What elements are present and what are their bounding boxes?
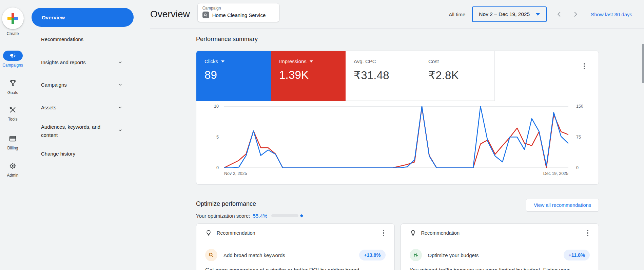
- arrows-up-down-icon: [410, 249, 422, 261]
- nav-item-change-history[interactable]: Change history: [41, 150, 143, 158]
- avg-cpc-value: ₹31.48: [354, 69, 420, 82]
- nav-item-recommendations[interactable]: Recommendations: [41, 35, 143, 43]
- gear-icon: [9, 162, 17, 170]
- card-icon: [8, 134, 17, 143]
- cost-value: ₹2.8K: [428, 69, 494, 82]
- rail-label-campaigns: Campaigns: [0, 63, 25, 68]
- chevron-down-icon: [118, 105, 123, 110]
- trophy-icon: [8, 79, 17, 88]
- recommendation-menu-kebab-icon[interactable]: [382, 229, 386, 237]
- rail-item-billing[interactable]: Billing: [0, 133, 25, 150]
- performance-chart[interactable]: 10 5 0 150 75 0: [196, 106, 599, 168]
- main-area: Overview Campaign Home Cleaning Service …: [150, 0, 644, 270]
- metric-tile-avg-cpc[interactable]: Avg. CPC ₹31.48: [346, 51, 420, 101]
- recommendation-card-budgets[interactable]: Recommendation Optimize your budgets +11…: [401, 223, 599, 270]
- impressions-value: 1.39K: [279, 69, 346, 82]
- rail-label-billing: Billing: [0, 146, 25, 150]
- recommendation-description: You missed traffic because you were limi…: [410, 267, 590, 270]
- rail-label-goals: Goals: [0, 90, 25, 95]
- lightbulb-icon: [410, 230, 416, 236]
- create-plus-icon: [2, 7, 24, 29]
- page-header: Overview Campaign Home Cleaning Service …: [150, 0, 644, 29]
- recommendation-title: Optimize your budgets: [428, 252, 564, 258]
- nav-item-campaigns[interactable]: Campaigns: [41, 81, 143, 89]
- clicks-value: 89: [204, 69, 271, 82]
- recommendation-description: Get more conversions at a similar or bet…: [205, 267, 386, 270]
- recommendation-menu-kebab-icon[interactable]: [586, 229, 590, 237]
- rail-item-tools[interactable]: Tools: [0, 105, 25, 122]
- secondary-nav: Overview Recommendations Insights and re…: [25, 0, 150, 270]
- tools-icon: [8, 106, 17, 114]
- content: Performance summary Clicks 89 Impression…: [150, 36, 644, 270]
- chevron-down-icon: [118, 82, 123, 87]
- create-button[interactable]: Create: [0, 7, 25, 36]
- icon-rail: Create Campaigns Goals: [0, 0, 25, 270]
- dropdown-arrow-icon[interactable]: [221, 60, 225, 62]
- x-axis-labels: Nov 2, 2025 Dec 19, 2025: [224, 171, 568, 176]
- scrollbar-thumb[interactable]: [642, 44, 644, 83]
- date-range-value: Nov 2 – Dec 19, 2025: [479, 11, 530, 17]
- search-icon: [202, 12, 209, 18]
- optimization-score-value: 55.4%: [253, 213, 268, 219]
- recommendation-title: Add broad match keywords: [223, 252, 359, 258]
- chevron-down-icon: [118, 60, 123, 65]
- metric-tile-impressions[interactable]: Impressions 1.39K: [271, 51, 346, 101]
- optimization-score-row: Your optimization score: 55.4%: [196, 213, 599, 219]
- left-axis: 10 5 0: [196, 106, 224, 168]
- search-icon: [205, 249, 217, 261]
- performance-summary-title: Performance summary: [196, 36, 599, 43]
- uplift-badge: +13.8%: [359, 250, 386, 260]
- campaign-name: Home Cleaning Service: [212, 12, 266, 18]
- performance-summary-card: Clicks 89 Impressions 1.39K Avg. CPC ₹31…: [196, 51, 599, 185]
- optimization-score-bar: [271, 214, 298, 217]
- megaphone-icon: [3, 51, 23, 61]
- chart-plot-area[interactable]: [224, 106, 568, 168]
- recommendation-card-label: Recommendation: [421, 230, 586, 236]
- nav-item-insights-and-reports[interactable]: Insights and reports: [41, 58, 143, 67]
- right-axis: 150 75 0: [568, 106, 599, 168]
- date-range-picker[interactable]: Nov 2 – Dec 19, 2025: [472, 6, 547, 22]
- metric-tiles: Clicks 89 Impressions 1.39K Avg. CPC ₹31…: [196, 51, 599, 101]
- uplift-badge: +11.8%: [564, 250, 590, 260]
- rail-item-campaigns[interactable]: Campaigns: [0, 51, 25, 68]
- nav-item-assets[interactable]: Assets: [41, 104, 143, 112]
- create-label: Create: [0, 31, 25, 36]
- prev-period-button[interactable]: [555, 11, 563, 18]
- campaign-selector-label: Campaign: [202, 6, 274, 11]
- nav-item-audiences-keywords-content[interactable]: Audiences, keywords, and content: [41, 123, 109, 139]
- rail-item-goals[interactable]: Goals: [0, 78, 25, 95]
- x-axis-start-label: Nov 2, 2025: [224, 171, 247, 176]
- page-title: Overview: [150, 9, 190, 20]
- optimization-score-marker: [300, 214, 304, 217]
- rail-label-tools: Tools: [0, 117, 25, 122]
- metric-tile-clicks[interactable]: Clicks 89: [196, 51, 271, 101]
- nav-item-overview[interactable]: Overview: [32, 8, 134, 27]
- campaign-selector[interactable]: Campaign Home Cleaning Service: [197, 3, 279, 22]
- chevron-down-icon: [118, 128, 123, 133]
- recommendation-card-label: Recommendation: [217, 230, 382, 236]
- recommendation-card-broad-match[interactable]: Recommendation Add broad match keywords …: [196, 223, 395, 270]
- rail-label-admin: Admin: [0, 173, 25, 178]
- next-period-button[interactable]: [572, 11, 579, 18]
- view-all-recommendations-button[interactable]: View all recommendations: [526, 199, 599, 212]
- optimization-score-label: Your optimization score:: [196, 213, 250, 219]
- lightbulb-icon: [205, 230, 212, 236]
- show-last-30-days-link[interactable]: Show last 30 days: [591, 12, 632, 17]
- dropdown-arrow-icon: [536, 13, 540, 16]
- rail-item-admin[interactable]: Admin: [0, 161, 25, 178]
- dropdown-arrow-icon[interactable]: [310, 60, 313, 62]
- range-label: All time: [449, 12, 465, 17]
- metric-tile-cost[interactable]: Cost ₹2.8K: [420, 51, 495, 101]
- x-axis-end-label: Dec 19, 2025: [543, 171, 568, 176]
- summary-menu-kebab-icon[interactable]: [582, 62, 586, 71]
